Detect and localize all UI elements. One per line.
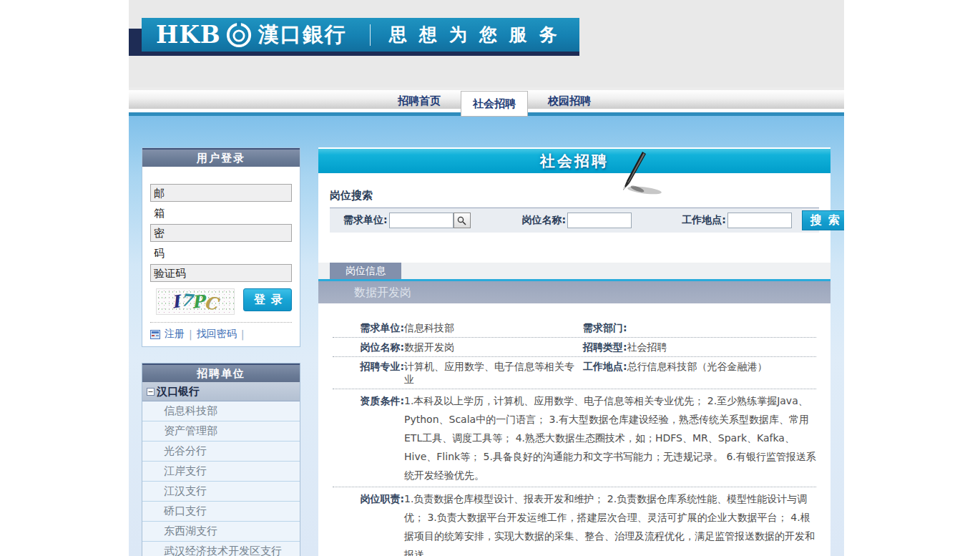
link-separator: | [189, 328, 192, 340]
field-label: 需求部门: [583, 321, 627, 334]
collapse-minus-icon[interactable] [147, 388, 155, 396]
hkb-logo-text: HKB [156, 21, 221, 49]
login-separator [150, 322, 292, 323]
search-button[interactable]: 搜索 [802, 210, 844, 230]
job-name-input[interactable] [567, 213, 632, 228]
table-row: 需求单位:信息科技部 需求部门: [333, 318, 816, 338]
field-label: 招聘专业: [333, 360, 404, 386]
units-box-title: 招聘单位 [142, 364, 300, 382]
demand-unit-label: 需求单位: [343, 214, 388, 227]
table-row: 招聘专业:计算机、应用数学、电子信息等相关专业 工作地点:总行信息科技部（光谷金… [333, 357, 816, 389]
field-label: 招聘类型: [583, 341, 627, 353]
login-button[interactable]: 登录 [243, 288, 292, 311]
logo-divider [370, 24, 371, 46]
pen-graphic-icon [619, 152, 665, 199]
work-place-group: 工作地点: [682, 213, 792, 228]
job-name-label: 岗位名称: [522, 214, 567, 227]
email-field[interactable] [150, 184, 292, 202]
field-value: 社会招聘 [627, 341, 667, 353]
page-wrapper: HKB 漢口銀行 思想为您服务 招聘首页 社会招聘 校园招聘 用户登录 [129, 0, 844, 556]
login-box-title: 用户登录 [142, 148, 300, 167]
link-separator: | [241, 328, 245, 340]
demand-unit-group: 需求单位: [343, 213, 471, 228]
tab-social-recruit[interactable]: 社会招聘 [461, 91, 528, 117]
captcha-row: I 7 P C 登录 [150, 288, 292, 315]
social-recruit-banner: 社会招聘 [318, 147, 830, 173]
unit-item-jianghan-branch[interactable]: 江汉支行 [142, 482, 300, 502]
unit-item-it-dept[interactable]: 信息科技部 [142, 401, 300, 421]
unit-lookup-button[interactable] [454, 213, 471, 228]
work-place-label: 工作地点: [682, 214, 726, 227]
password-field-group: 密码 [150, 224, 292, 242]
unit-item-guanggu-branch[interactable]: 光谷分行 [142, 442, 300, 462]
site-header: HKB 漢口銀行 思想为您服务 [129, 0, 844, 87]
unit-item-qiaokou-branch[interactable]: 硚口支行 [142, 502, 300, 522]
bank-name: 漢口銀行 [258, 21, 347, 49]
magnifier-icon [457, 216, 466, 225]
field-label: 工作地点: [583, 360, 627, 386]
register-link[interactable]: 注册 [165, 328, 185, 341]
unit-item-asset-mgmt[interactable]: 资产管理部 [142, 421, 300, 442]
nav-tabs: 招聘首页 社会招聘 校园招聘 [386, 90, 611, 112]
recruit-units-box: 招聘单位 汉口银行 信息科技部 资产管理部 光谷分行 江岸支行 江汉支行 硚口支… [142, 363, 300, 556]
unit-item-wedz-branch[interactable]: 武汉经济技术开发区支行 [142, 542, 300, 556]
field-label: 岗位职责: [333, 489, 404, 556]
demand-unit-input[interactable] [389, 213, 454, 228]
unit-item-dongxihu-branch[interactable]: 东西湖支行 [142, 522, 300, 542]
main-nav: 招聘首页 社会招聘 校园招聘 [129, 87, 844, 109]
job-search-bar: 需求单位: 岗位名称: 工作地点: [330, 208, 819, 233]
field-value: 信息科技部 [404, 321, 454, 334]
email-field-group: 邮箱 [150, 184, 292, 202]
field-label: 岗位名称: [333, 341, 404, 353]
password-field[interactable] [150, 224, 292, 242]
table-row: 岗位职责: 1.负责数据仓库模型设计、报表开发和维护； 2.负责数据仓库系统性能… [333, 487, 816, 556]
tab-recruit-home[interactable]: 招聘首页 [386, 94, 452, 108]
find-password-link[interactable]: 找回密码 [197, 328, 237, 341]
tab-job-info[interactable]: 岗位信息 [330, 263, 401, 279]
captcha-input[interactable] [150, 264, 292, 282]
slogan-text: 思想为您服务 [389, 23, 569, 47]
job-details-table: 需求单位:信息科技部 需求部门: 岗位名称:数据开发岗 招聘类型:社会招聘 招聘… [333, 318, 816, 556]
field-label: 资质条件: [333, 391, 404, 484]
hkb-logo-icon [225, 21, 253, 49]
work-place-input[interactable] [727, 213, 792, 228]
login-links: 注册 | 找回密码 | [150, 328, 292, 341]
field-value: 数据开发岗 [404, 341, 454, 353]
tree-root-label: 汉口银行 [157, 385, 200, 399]
table-row: 岗位名称:数据开发岗 招聘类型:社会招聘 [333, 338, 816, 357]
job-info-tabstrip: 岗位信息 [318, 263, 830, 281]
main-panel: 社会招聘 岗位搜索 需求单位: [318, 147, 830, 556]
captcha-char: C [203, 292, 220, 315]
field-value: 1.本科及以上学历，计算机、应用数学、电子信息等相关专业优先； 2.至少熟练掌握… [404, 391, 816, 484]
tab-campus-recruit[interactable]: 校园招聘 [536, 94, 602, 108]
job-search-heading: 岗位搜索 [330, 189, 819, 203]
job-name-group: 岗位名称: [522, 213, 632, 228]
login-box: 用户登录 邮箱 密码 验证码 I 7 P [142, 147, 300, 347]
captcha-image[interactable]: I 7 P C [156, 288, 235, 315]
table-row: 资质条件: 1.本科及以上学历，计算机、应用数学、电子信息等相关专业优先； 2.… [333, 389, 816, 487]
tree-node-hankou-bank[interactable]: 汉口银行 [142, 382, 300, 401]
register-icon [150, 330, 160, 339]
banner-title: 社会招聘 [540, 151, 609, 171]
job-title-bar: 数据开发岗 [318, 281, 830, 303]
unit-item-jiangan-branch[interactable]: 江岸支行 [142, 462, 300, 482]
field-label: 需求单位: [333, 321, 404, 334]
field-value: 1.负责数据仓库模型设计、报表开发和维护； 2.负责数据仓库系统性能、模型性能设… [404, 489, 816, 556]
login-form: 邮箱 密码 验证码 I 7 P C 登录 [142, 167, 300, 346]
field-value: 计算机、应用数学、电子信息等相关专业 [404, 360, 583, 386]
captcha-field-group: 验证码 [150, 264, 292, 282]
logo-banner: HKB 漢口銀行 思想为您服务 [142, 18, 579, 52]
field-value: 总行信息科技部（光谷金融港） [627, 360, 768, 386]
content-area: 用户登录 邮箱 密码 验证码 I 7 P [129, 116, 844, 556]
